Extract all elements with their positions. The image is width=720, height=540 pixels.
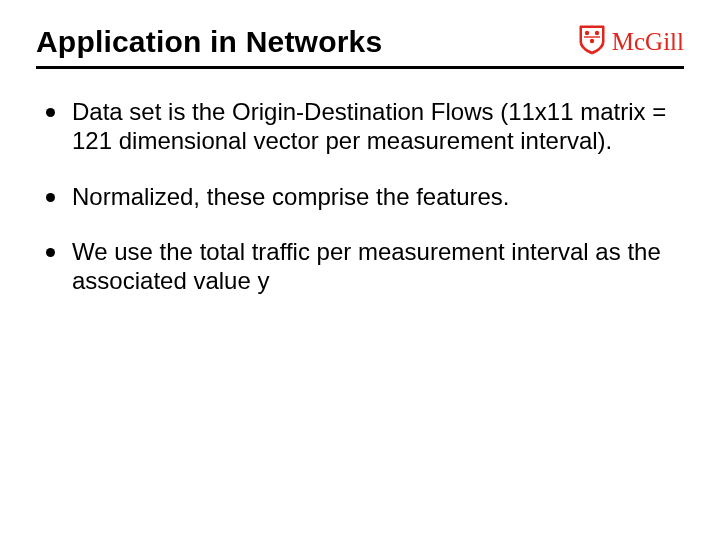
slide-header: Application in Networks McGill (36, 24, 684, 69)
svg-point-0 (585, 31, 589, 35)
list-item: We use the total traffic per measurement… (46, 237, 684, 296)
svg-point-1 (595, 31, 599, 35)
mcgill-logo: McGill (578, 24, 684, 60)
list-item: Data set is the Origin-Destination Flows… (46, 97, 684, 156)
slide: Application in Networks McGill Data set … (0, 0, 720, 540)
list-item: Normalized, these comprise the features. (46, 182, 684, 211)
slide-title: Application in Networks (36, 25, 382, 59)
bullet-list: Data set is the Origin-Destination Flows… (36, 97, 684, 295)
shield-icon (578, 24, 606, 60)
svg-point-2 (590, 39, 594, 43)
logo-text: McGill (612, 28, 684, 56)
